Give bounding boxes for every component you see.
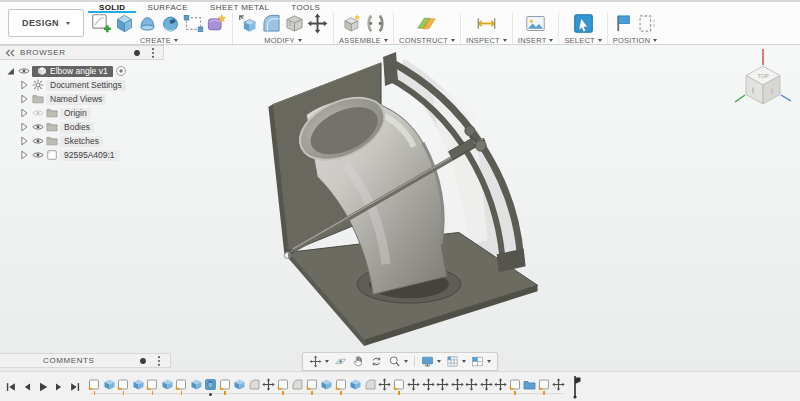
visibility-eye-icon[interactable] (32, 107, 44, 119)
create-form-button[interactable] (206, 13, 227, 34)
tab-sheet-metal[interactable]: SHEET METAL (199, 2, 280, 13)
group-label-assemble[interactable]: ASSEMBLE (339, 36, 388, 45)
group-label-position[interactable]: POSITION (613, 36, 657, 45)
timeline-feature-sketch[interactable] (335, 378, 348, 391)
construct-plane-button[interactable] (416, 13, 437, 34)
timeline-feature-move[interactable] (480, 378, 493, 391)
group-label-create[interactable]: CREATE (140, 36, 178, 45)
timeline-feature-sketch[interactable] (219, 378, 232, 391)
timeline-feature-move[interactable] (552, 378, 565, 391)
move-button[interactable] (307, 13, 328, 34)
timeline-feature-move[interactable] (407, 378, 420, 391)
insert-image-button[interactable] (525, 13, 546, 34)
browser-item-label[interactable]: Sketches (60, 136, 103, 147)
timeline-feature-move[interactable] (436, 378, 449, 391)
look-at-button[interactable] (332, 354, 349, 369)
timeline-playhead[interactable] (568, 375, 582, 399)
timeline-feature-fillet[interactable] (291, 378, 304, 391)
timeline-feature-hole[interactable] (204, 378, 217, 391)
group-label-select[interactable]: SELECT (564, 36, 601, 45)
timeline-feature-move[interactable] (378, 378, 391, 391)
timeline-feature-fillet[interactable] (248, 378, 261, 391)
timeline-feature-sketch[interactable] (146, 378, 159, 391)
expand-arrow-icon[interactable] (18, 107, 30, 119)
timeline-feature-extrude[interactable] (349, 378, 362, 391)
play-button[interactable] (37, 381, 49, 393)
kebab-menu-icon[interactable] (147, 47, 159, 59)
timeline-feature-sketch[interactable] (175, 378, 188, 391)
clamp-knob[interactable] (465, 126, 475, 136)
extrude-button[interactable] (114, 13, 135, 34)
view-cube[interactable]: TOP (731, 46, 795, 118)
timeline-feature-fillet[interactable] (364, 378, 377, 391)
skip-start-button[interactable] (5, 381, 17, 393)
tab-surface[interactable]: SURFACE (136, 2, 199, 13)
create-sketch-button[interactable] (91, 13, 112, 34)
orbit-button[interactable] (307, 354, 331, 369)
group-label-inspect[interactable]: INSPECT (466, 36, 507, 45)
timeline-feature-extrude[interactable] (190, 378, 203, 391)
revert-position-button[interactable] (636, 13, 657, 34)
revolve-button[interactable] (137, 13, 158, 34)
timeline-feature-extrude[interactable] (161, 378, 174, 391)
timeline-feature-sketch[interactable] (538, 378, 551, 391)
clamp-knob-2[interactable] (475, 140, 486, 151)
browser-item-label[interactable]: Elbow angle v1 (32, 66, 113, 77)
shell-button[interactable] (284, 13, 305, 34)
design-menu-button[interactable]: DESIGN (8, 9, 84, 37)
step-forward-button[interactable] (53, 381, 65, 393)
browser-item-label[interactable]: Named Views (46, 94, 106, 105)
group-label-insert[interactable]: INSERT (518, 36, 554, 45)
record-dot-icon[interactable] (131, 47, 143, 59)
timeline-feature-move[interactable] (494, 378, 507, 391)
timeline-feature-move[interactable] (465, 378, 478, 391)
zoom-button[interactable] (368, 354, 385, 369)
tab-tools[interactable]: TOOLS (280, 2, 331, 13)
pan-button[interactable] (350, 354, 367, 369)
activate-component-radio[interactable] (115, 65, 127, 77)
step-back-button[interactable] (21, 381, 33, 393)
joint-button[interactable] (365, 13, 386, 34)
kebab-menu-icon[interactable] (153, 355, 165, 367)
grid-settings-button[interactable] (444, 354, 468, 369)
collapse-arrow-icon[interactable] (4, 65, 16, 77)
browser-item-label[interactable]: 92595A409:1 (60, 150, 119, 161)
select-button[interactable] (573, 13, 594, 34)
timeline-feature-extrude[interactable] (320, 378, 333, 391)
measure-button[interactable] (476, 13, 497, 34)
timeline-feature-sketch[interactable] (509, 378, 522, 391)
browser-item-label[interactable]: Origin (60, 108, 91, 119)
expand-arrow-icon[interactable] (18, 93, 30, 105)
record-dot-icon[interactable] (137, 355, 149, 367)
display-settings-button[interactable] (419, 354, 443, 369)
visibility-eye-icon[interactable] (18, 65, 30, 77)
timeline-feature-move[interactable] (422, 378, 435, 391)
zoom-window-button[interactable] (386, 354, 410, 369)
browser-item-label[interactable]: Bodies (60, 122, 94, 133)
skip-end-button[interactable] (69, 381, 81, 393)
group-label-construct[interactable]: CONSTRUCT (399, 36, 455, 45)
browser-header[interactable]: BROWSER (0, 45, 164, 60)
timeline-feature-extrude[interactable] (233, 378, 246, 391)
timeline-feature-folder[interactable] (523, 378, 536, 391)
timeline-feature-extrude[interactable] (132, 378, 145, 391)
expand-arrow-icon[interactable] (18, 149, 30, 161)
visibility-eye-icon[interactable] (32, 149, 44, 161)
timeline-feature-sketch[interactable] (306, 378, 319, 391)
visibility-eye-icon[interactable] (32, 121, 44, 133)
fillet-button[interactable] (261, 13, 282, 34)
timeline-feature-extrude[interactable] (103, 378, 116, 391)
sweep-button[interactable] (160, 13, 181, 34)
new-component-button[interactable] (342, 13, 363, 34)
tab-solid[interactable]: SOLID (88, 2, 136, 13)
browser-item-label[interactable]: Document Settings (46, 80, 126, 91)
expand-arrow-icon[interactable] (18, 135, 30, 147)
timeline-feature-sketch[interactable] (393, 378, 406, 391)
timeline-feature-sketch[interactable] (88, 378, 101, 391)
expand-arrow-icon[interactable] (18, 79, 30, 91)
viewport-canvas[interactable]: TOP BROWSER Elbow angle v1Document Setti… (0, 45, 800, 372)
capture-position-button[interactable] (613, 13, 634, 34)
viewports-button[interactable] (469, 354, 493, 369)
timeline-feature-sketch[interactable] (117, 378, 130, 391)
expand-arrow-icon[interactable] (18, 121, 30, 133)
